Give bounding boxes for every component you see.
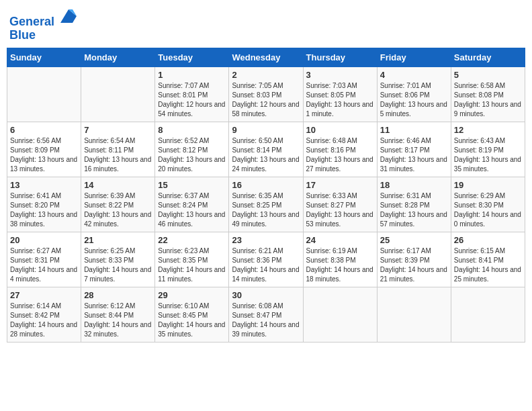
day-info: Sunrise: 6:12 AM Sunset: 8:44 PM Dayligh… [84, 302, 152, 339]
calendar-cell: 11Sunrise: 6:46 AM Sunset: 8:17 PM Dayli… [377, 122, 451, 177]
day-number: 17 [306, 180, 374, 190]
calendar-cell: 7Sunrise: 6:54 AM Sunset: 8:11 PM Daylig… [81, 122, 155, 177]
calendar-cell: 25Sunrise: 6:17 AM Sunset: 8:39 PM Dayli… [377, 232, 451, 287]
calendar-cell [377, 287, 451, 342]
day-info: Sunrise: 6:23 AM Sunset: 8:35 PM Dayligh… [158, 246, 226, 284]
calendar-cell: 27Sunrise: 6:14 AM Sunset: 8:42 PM Dayli… [7, 287, 81, 342]
day-info: Sunrise: 6:46 AM Sunset: 8:17 PM Dayligh… [380, 136, 448, 174]
calendar-week-row: 20Sunrise: 6:27 AM Sunset: 8:31 PM Dayli… [7, 232, 525, 287]
day-info: Sunrise: 6:56 AM Sunset: 8:09 PM Dayligh… [10, 136, 78, 174]
day-info: Sunrise: 6:41 AM Sunset: 8:20 PM Dayligh… [10, 191, 78, 229]
weekday-header: Wednesday [229, 48, 303, 66]
calendar-cell: 26Sunrise: 6:15 AM Sunset: 8:41 PM Dayli… [451, 232, 525, 287]
weekday-header: Tuesday [155, 48, 229, 66]
calendar-week-row: 6Sunrise: 6:56 AM Sunset: 8:09 PM Daylig… [7, 122, 525, 177]
day-number: 20 [10, 235, 78, 245]
logo-blue: Blue [9, 28, 36, 42]
day-number: 26 [454, 235, 522, 245]
calendar-cell: 30Sunrise: 6:08 AM Sunset: 8:47 PM Dayli… [229, 287, 303, 342]
day-info: Sunrise: 7:03 AM Sunset: 8:05 PM Dayligh… [306, 81, 374, 119]
weekday-header: Saturday [451, 48, 525, 66]
calendar-cell: 10Sunrise: 6:48 AM Sunset: 8:16 PM Dayli… [303, 122, 377, 177]
day-info: Sunrise: 6:52 AM Sunset: 8:12 PM Dayligh… [158, 136, 226, 174]
day-number: 16 [232, 180, 300, 190]
day-info: Sunrise: 7:05 AM Sunset: 8:03 PM Dayligh… [232, 81, 300, 119]
day-info: Sunrise: 6:29 AM Sunset: 8:30 PM Dayligh… [454, 191, 522, 229]
calendar-cell: 2Sunrise: 7:05 AM Sunset: 8:03 PM Daylig… [229, 66, 303, 122]
day-number: 5 [454, 70, 522, 80]
calendar-cell: 23Sunrise: 6:21 AM Sunset: 8:36 PM Dayli… [229, 232, 303, 287]
calendar-week-row: 1Sunrise: 7:07 AM Sunset: 8:01 PM Daylig… [7, 66, 525, 122]
day-info: Sunrise: 6:50 AM Sunset: 8:14 PM Dayligh… [232, 136, 300, 174]
day-info: Sunrise: 6:43 AM Sunset: 8:19 PM Dayligh… [454, 136, 522, 174]
calendar-cell: 29Sunrise: 6:10 AM Sunset: 8:45 PM Dayli… [155, 287, 229, 342]
calendar-cell [451, 287, 525, 342]
calendar-cell: 9Sunrise: 6:50 AM Sunset: 8:14 PM Daylig… [229, 122, 303, 177]
day-info: Sunrise: 6:54 AM Sunset: 8:11 PM Dayligh… [84, 136, 152, 174]
day-number: 29 [158, 290, 226, 300]
weekday-header: Monday [81, 48, 155, 66]
calendar-cell: 8Sunrise: 6:52 AM Sunset: 8:12 PM Daylig… [155, 122, 229, 177]
logo: General Blue [9, 7, 78, 42]
day-info: Sunrise: 6:21 AM Sunset: 8:36 PM Dayligh… [232, 246, 300, 284]
day-info: Sunrise: 6:19 AM Sunset: 8:38 PM Dayligh… [306, 246, 374, 284]
day-number: 8 [158, 125, 226, 135]
day-info: Sunrise: 6:58 AM Sunset: 8:08 PM Dayligh… [454, 81, 522, 119]
day-number: 22 [158, 235, 226, 245]
calendar-cell: 5Sunrise: 6:58 AM Sunset: 8:08 PM Daylig… [451, 66, 525, 122]
day-number: 24 [306, 235, 374, 245]
day-info: Sunrise: 6:48 AM Sunset: 8:16 PM Dayligh… [306, 136, 374, 174]
day-number: 18 [380, 180, 448, 190]
day-number: 2 [232, 70, 300, 80]
day-number: 9 [232, 125, 300, 135]
calendar-cell: 18Sunrise: 6:31 AM Sunset: 8:28 PM Dayli… [377, 177, 451, 232]
calendar-cell [7, 66, 81, 122]
calendar-cell: 4Sunrise: 7:01 AM Sunset: 8:06 PM Daylig… [377, 66, 451, 122]
day-number: 1 [158, 70, 226, 80]
day-info: Sunrise: 6:35 AM Sunset: 8:25 PM Dayligh… [232, 191, 300, 229]
calendar-cell: 13Sunrise: 6:41 AM Sunset: 8:20 PM Dayli… [7, 177, 81, 232]
day-number: 28 [84, 290, 152, 300]
calendar-week-row: 13Sunrise: 6:41 AM Sunset: 8:20 PM Dayli… [7, 177, 525, 232]
day-number: 10 [306, 125, 374, 135]
day-info: Sunrise: 6:15 AM Sunset: 8:41 PM Dayligh… [454, 246, 522, 284]
day-number: 14 [84, 180, 152, 190]
logo-general: General [9, 15, 54, 28]
day-info: Sunrise: 6:10 AM Sunset: 8:45 PM Dayligh… [158, 302, 226, 339]
calendar-cell: 21Sunrise: 6:25 AM Sunset: 8:33 PM Dayli… [81, 232, 155, 287]
page-header: General Blue [7, 7, 525, 42]
day-number: 12 [454, 125, 522, 135]
day-number: 4 [380, 70, 448, 80]
calendar-table: SundayMondayTuesdayWednesdayThursdayFrid… [7, 48, 525, 342]
day-info: Sunrise: 6:27 AM Sunset: 8:31 PM Dayligh… [10, 246, 78, 284]
calendar-cell: 3Sunrise: 7:03 AM Sunset: 8:05 PM Daylig… [303, 66, 377, 122]
day-info: Sunrise: 6:14 AM Sunset: 8:42 PM Dayligh… [10, 302, 78, 339]
calendar-cell: 17Sunrise: 6:33 AM Sunset: 8:27 PM Dayli… [303, 177, 377, 232]
weekday-header: Friday [377, 48, 451, 66]
weekday-header-row: SundayMondayTuesdayWednesdayThursdayFrid… [7, 48, 525, 66]
weekday-header: Thursday [303, 48, 377, 66]
day-number: 11 [380, 125, 448, 135]
svg-marker-0 [60, 9, 77, 23]
calendar-cell: 19Sunrise: 6:29 AM Sunset: 8:30 PM Dayli… [451, 177, 525, 232]
day-number: 30 [232, 290, 300, 300]
day-info: Sunrise: 7:01 AM Sunset: 8:06 PM Dayligh… [380, 81, 448, 119]
day-info: Sunrise: 6:25 AM Sunset: 8:33 PM Dayligh… [84, 246, 152, 284]
day-info: Sunrise: 7:07 AM Sunset: 8:01 PM Dayligh… [158, 81, 226, 119]
day-info: Sunrise: 6:31 AM Sunset: 8:28 PM Dayligh… [380, 191, 448, 229]
calendar-cell: 28Sunrise: 6:12 AM Sunset: 8:44 PM Dayli… [81, 287, 155, 342]
day-number: 13 [10, 180, 78, 190]
day-info: Sunrise: 6:37 AM Sunset: 8:24 PM Dayligh… [158, 191, 226, 229]
day-number: 3 [306, 70, 374, 80]
day-info: Sunrise: 6:39 AM Sunset: 8:22 PM Dayligh… [84, 191, 152, 229]
day-number: 27 [10, 290, 78, 300]
day-number: 15 [158, 180, 226, 190]
calendar-cell [303, 287, 377, 342]
calendar-cell: 16Sunrise: 6:35 AM Sunset: 8:25 PM Dayli… [229, 177, 303, 232]
weekday-header: Sunday [7, 48, 81, 66]
calendar-cell: 24Sunrise: 6:19 AM Sunset: 8:38 PM Dayli… [303, 232, 377, 287]
calendar-cell: 1Sunrise: 7:07 AM Sunset: 8:01 PM Daylig… [155, 66, 229, 122]
day-info: Sunrise: 6:33 AM Sunset: 8:27 PM Dayligh… [306, 191, 374, 229]
day-number: 6 [10, 125, 78, 135]
logo-icon [59, 7, 78, 26]
